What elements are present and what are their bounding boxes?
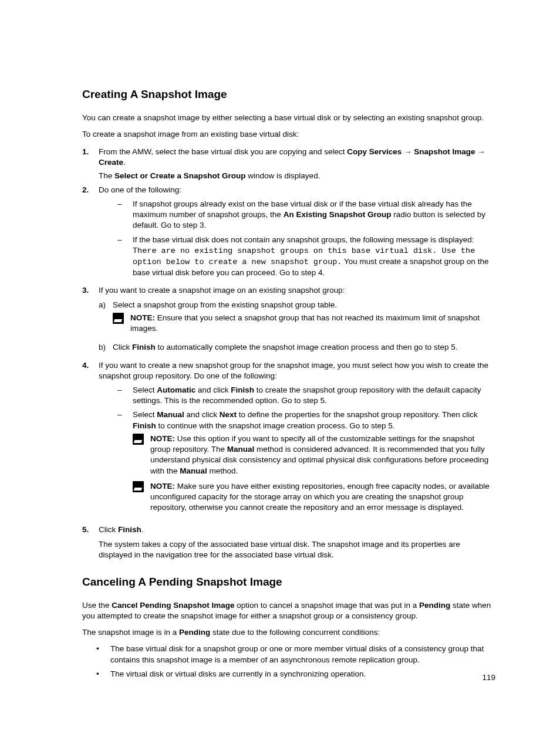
- note-icon-wrap: [113, 313, 130, 334]
- intro-paragraph-2: To create a snapshot image from an exist…: [82, 129, 495, 140]
- dash-body: Select Manual and click Next to define t…: [133, 410, 495, 518]
- dash-mark: –: [99, 235, 133, 279]
- step-5: 5. Click Finish. The system takes a copy…: [82, 525, 495, 560]
- dash-list: – Select Automatic and click Finish to c…: [99, 385, 495, 518]
- bold-text: Finish: [133, 421, 156, 430]
- step-number: 5.: [82, 525, 99, 560]
- bold-text: Next: [220, 410, 237, 419]
- text: Select: [133, 410, 157, 419]
- document-page: Creating A Snapshot Image You can create…: [0, 0, 560, 744]
- heading-creating-snapshot: Creating A Snapshot Image: [82, 87, 495, 102]
- step-3: 3. If you want to create a snapshot imag…: [82, 285, 495, 356]
- step-body: Do one of the following: – If snapshot g…: [99, 185, 495, 282]
- bold-text: Select or Create a Snapshot Group: [114, 171, 246, 180]
- alpha-item-a: a) Select a snapshot group from the exis…: [99, 300, 495, 339]
- text: The virtual disk or virtual disks are cu…: [110, 669, 366, 679]
- dash-item: – If snapshot groups already exist on th…: [99, 199, 495, 231]
- text: to define the properties for the snapsho…: [237, 410, 478, 419]
- text: window is displayed.: [246, 171, 321, 180]
- note-body: NOTE: Make sure you have either existing…: [150, 481, 495, 513]
- bold-text: Pending: [179, 628, 210, 637]
- note-label: NOTE:: [130, 313, 157, 322]
- note-row: NOTE: Ensure that you select a snapshot …: [113, 313, 495, 334]
- note-icon: [113, 313, 124, 324]
- text: to continue with the snapshot image crea…: [156, 421, 395, 430]
- step-number: 1.: [82, 147, 99, 181]
- dash-mark: –: [99, 199, 133, 231]
- text: and click: [195, 385, 231, 394]
- note-icon-wrap: [133, 481, 150, 513]
- step-body: If you want to create a snapshot image o…: [99, 285, 495, 356]
- alpha-list: a) Select a snapshot group from the exis…: [99, 300, 495, 353]
- bold-text: Automatic: [157, 385, 195, 394]
- note-label: NOTE:: [150, 482, 177, 491]
- bullet-list: • The base virtual disk for a snapshot g…: [82, 644, 495, 679]
- step-body: Click Finish. The system takes a copy of…: [99, 525, 495, 560]
- alpha-mark: b): [99, 342, 113, 353]
- dash-item: – Select Manual and click Next to define…: [99, 410, 495, 518]
- note-icon: [133, 481, 144, 492]
- bullet-mark: •: [82, 644, 110, 665]
- step-1: 1. From the AMW, select the base virtual…: [82, 147, 495, 181]
- text: The system takes a copy of the associate…: [99, 539, 495, 560]
- text: Click: [99, 525, 118, 534]
- text: option to cancel a snapshot image that w…: [235, 601, 419, 610]
- intro-paragraph-1: You can create a snapshot image by eithe…: [82, 113, 495, 123]
- text: If you want to create a new snapshot gro…: [99, 361, 488, 380]
- bold-text: An Existing Snapshot Group: [284, 210, 392, 219]
- step-2: 2. Do one of the following: – If snapsho…: [82, 185, 495, 282]
- numbered-steps: 1. From the AMW, select the base virtual…: [82, 147, 495, 560]
- alpha-body: Select a snapshot group from the existin…: [113, 300, 495, 339]
- text: Do one of the following:: [99, 185, 181, 194]
- bold-text: Manual: [180, 466, 207, 475]
- text: The base virtual disk for a snapshot gro…: [110, 644, 495, 665]
- text: Use the: [82, 601, 112, 610]
- alpha-body: Click Finish to automatically complete t…: [113, 342, 495, 353]
- text: The snapshot image is in a: [82, 628, 179, 637]
- text: From the AMW, select the base virtual di…: [99, 147, 347, 156]
- dash-list: – If snapshot groups already exist on th…: [99, 199, 495, 279]
- alpha-item-b: b) Click Finish to automatically complet…: [99, 342, 495, 353]
- bullet-item: • The base virtual disk for a snapshot g…: [82, 644, 495, 665]
- text: state due to the following concurrent co…: [210, 628, 380, 637]
- dash-mark: –: [99, 410, 133, 518]
- paragraph: Use the Cancel Pending Snapshot Image op…: [82, 600, 495, 621]
- text: If you want to create a snapshot image o…: [99, 286, 345, 295]
- text: Select a snapshot group from the existin…: [113, 300, 337, 309]
- text: to automatically complete the snapshot i…: [156, 343, 458, 351]
- text: Click: [113, 343, 132, 351]
- alpha-mark: a): [99, 300, 113, 339]
- note-row: NOTE: Use this option if you want to spe…: [133, 434, 495, 476]
- text: Select: [133, 385, 157, 394]
- bold-text: Manual: [157, 410, 184, 419]
- step-body: From the AMW, select the base virtual di…: [99, 147, 495, 181]
- note-row: NOTE: Make sure you have either existing…: [133, 481, 495, 513]
- page-number: 119: [482, 672, 495, 683]
- bold-text: Finish: [132, 343, 156, 351]
- paragraph: The snapshot image is in a Pending state…: [82, 627, 495, 638]
- dash-item: – Select Automatic and click Finish to c…: [99, 385, 495, 406]
- note-icon-wrap: [133, 434, 150, 476]
- note-label: NOTE:: [150, 434, 177, 443]
- bold-text: Finish: [118, 525, 141, 534]
- text: .: [141, 525, 144, 534]
- step-4: 4. If you want to create a new snapshot …: [82, 360, 495, 522]
- step-body: If you want to create a new snapshot gro…: [99, 360, 495, 522]
- bullet-mark: •: [82, 669, 110, 679]
- text: If the base virtual disk does not contai…: [133, 235, 474, 244]
- dash-body: If the base virtual disk does not contai…: [133, 235, 495, 279]
- dash-mark: –: [99, 385, 133, 406]
- bold-text: Pending: [419, 601, 450, 610]
- text: .: [123, 158, 126, 167]
- dash-item: – If the base virtual disk does not cont…: [99, 235, 495, 279]
- text: Make sure you have either existing repos…: [150, 482, 490, 512]
- note-body: NOTE: Ensure that you select a snapshot …: [130, 313, 495, 334]
- bold-text: Cancel Pending Snapshot Image: [112, 601, 234, 610]
- bold-text: Manual: [227, 445, 255, 454]
- dash-body: If snapshot groups already exist on the …: [133, 199, 495, 231]
- step-number: 2.: [82, 185, 99, 282]
- text: method.: [207, 466, 238, 475]
- bold-text: Finish: [231, 385, 254, 394]
- step-number: 3.: [82, 285, 99, 356]
- dash-body: Select Automatic and click Finish to cre…: [133, 385, 495, 406]
